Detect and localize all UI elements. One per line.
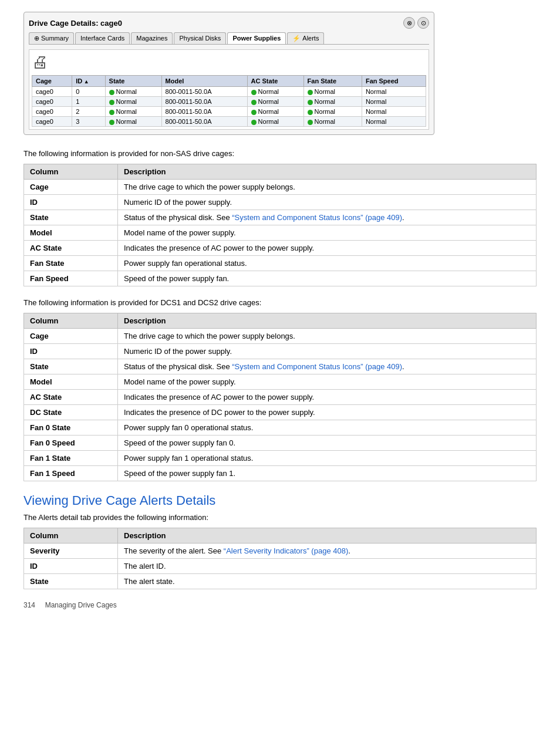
list-item: Fan 1 State Power supply fan 1 operation… (24, 451, 537, 466)
tab-alerts[interactable]: ⚡Alerts (287, 32, 324, 44)
info-desc: Power supply fan 0 operational status. (118, 420, 537, 436)
dcs-desc-header: Description (118, 313, 537, 329)
ac-dot-green (251, 120, 257, 125)
status-dot-green (109, 90, 114, 95)
cell-ac-state: Normal (247, 97, 303, 107)
alerts-col-header: Column (24, 528, 118, 544)
info-desc: Numeric ID of the power supply. (118, 344, 537, 359)
info-col: ID (24, 195, 118, 210)
info-desc: Indicates the presence of DC power to th… (118, 405, 537, 420)
table-row: cage0 0 Normal 800-0011-50.0A Normal Nor… (32, 87, 426, 97)
summary-icon: ⊕ (34, 35, 39, 42)
info-desc: The drive cage to which the power supply… (118, 329, 537, 344)
list-item: Fan State Power supply fan operational s… (24, 256, 537, 271)
non-sas-table: Column Description Cage The drive cage t… (23, 164, 537, 286)
cell-fan-speed: Normal (362, 117, 426, 127)
list-item: State Status of the physical disk. See “… (24, 359, 537, 374)
cell-fan-state: Normal (303, 117, 362, 127)
tab-interface-cards[interactable]: Interface Cards (75, 32, 130, 44)
info-col: AC State (24, 390, 118, 405)
alerts-icon: ⚡ (292, 35, 301, 42)
list-item: State Status of the physical disk. See “… (24, 210, 537, 225)
cell-fan-state: Normal (303, 107, 362, 117)
footer-label: Managing Drive Cages (45, 601, 117, 609)
info-desc: Model name of the power supply. (118, 374, 537, 390)
panel-icon-buttons: ⊗ ⊙ (403, 17, 429, 29)
list-item: Fan Speed Speed of the power supply fan. (24, 271, 537, 286)
fan-dot-green (308, 100, 313, 105)
cell-id: 0 (72, 87, 105, 97)
cell-model: 800-0011-50.0A (161, 97, 247, 107)
ac-dot-green (251, 90, 257, 95)
fan-dot-green (308, 90, 313, 95)
info-col: Fan State (24, 256, 118, 271)
cell-fan-speed: Normal (362, 97, 426, 107)
cell-state: Normal (105, 97, 161, 107)
dcs-intro: The following information is provided fo… (23, 298, 537, 307)
info-col: AC State (24, 241, 118, 256)
info-desc: Status of the physical disk. See “System… (118, 210, 537, 225)
dcs-table: Column Description Cage The drive cage t… (23, 313, 537, 481)
panel-title-bar: Drive Cage Details: cage0 ⊗ ⊙ (29, 17, 429, 29)
non-sas-header-row: Column Description (24, 164, 537, 180)
cell-id: 1 (72, 97, 105, 107)
cell-fan-state: Normal (303, 97, 362, 107)
tab-magazines[interactable]: Magazines (131, 32, 173, 44)
dcs-header-row: Column Description (24, 313, 537, 329)
status-icons-link[interactable]: “Alert Severity Indicators” (page 408) (224, 546, 348, 555)
list-item: DC State Indicates the presence of DC po… (24, 405, 537, 420)
cell-ac-state: Normal (247, 107, 303, 117)
list-item: Model Model name of the power supply. (24, 374, 537, 390)
status-dot-green (109, 100, 114, 105)
col-fan-state: Fan State (303, 76, 362, 87)
info-desc: The severity of the alert. See “Alert Se… (118, 544, 537, 559)
info-col: Fan 0 State (24, 420, 118, 436)
status-icons-link[interactable]: “System and Component Status Icons” (pag… (232, 213, 402, 222)
list-item: AC State Indicates the presence of AC po… (24, 390, 537, 405)
help-icon-button[interactable]: ⊗ (403, 17, 415, 29)
tab-physical-disks[interactable]: Physical Disks (174, 32, 226, 44)
cell-ac-state: Normal (247, 117, 303, 127)
settings-icon-button[interactable]: ⊙ (417, 17, 429, 29)
info-desc: Speed of the power supply fan 1. (118, 466, 537, 481)
cell-id: 3 (72, 117, 105, 127)
tab-bar: ⊕Summary Interface Cards Magazines Physi… (29, 32, 429, 45)
table-row: cage0 1 Normal 800-0011-50.0A Normal Nor… (32, 97, 426, 107)
info-col: State (24, 359, 118, 374)
alerts-section-heading: Viewing Drive Cage Alerts Details (23, 493, 537, 508)
power-supplies-table: Cage ID State Model AC State Fan State F… (32, 75, 426, 127)
alerts-header-row: Column Description (24, 528, 537, 544)
status-icons-link[interactable]: “System and Component Status Icons” (pag… (232, 362, 402, 371)
info-desc: Indicates the presence of AC power to th… (118, 390, 537, 405)
cell-fan-speed: Normal (362, 107, 426, 117)
info-desc: The drive cage to which the power supply… (118, 180, 537, 195)
cell-model: 800-0011-50.0A (161, 117, 247, 127)
page-number: 314 (23, 601, 35, 609)
tab-summary[interactable]: ⊕Summary (29, 32, 74, 44)
list-item: State The alert state. (24, 574, 537, 589)
list-item: Cage The drive cage to which the power s… (24, 180, 537, 195)
alerts-desc-header: Description (118, 528, 537, 544)
col-cage: Cage (32, 76, 72, 87)
info-desc: Numeric ID of the power supply. (118, 195, 537, 210)
tab-power-supplies[interactable]: Power Supplies (227, 32, 286, 44)
info-desc: Speed of the power supply fan 0. (118, 436, 537, 451)
list-item: ID Numeric ID of the power supply. (24, 344, 537, 359)
panel-table-area: 🖨 Cage ID State Model AC State Fan State… (29, 49, 429, 130)
info-col: Model (24, 374, 118, 390)
col-id[interactable]: ID (72, 76, 105, 87)
list-item: Fan 0 State Power supply fan 0 operation… (24, 420, 537, 436)
info-col: Fan Speed (24, 271, 118, 286)
cell-cage: cage0 (32, 117, 72, 127)
list-item: ID The alert ID. (24, 559, 537, 574)
dcs-col-header: Column (24, 313, 118, 329)
alerts-intro: The Alerts detail tab provides the follo… (23, 513, 537, 522)
non-sas-col-header: Column (24, 164, 118, 180)
info-desc: Power supply fan operational status. (118, 256, 537, 271)
cell-fan-speed: Normal (362, 87, 426, 97)
table-header-row: Cage ID State Model AC State Fan State F… (32, 76, 426, 87)
info-col: Fan 1 Speed (24, 466, 118, 481)
list-item: AC State Indicates the presence of AC po… (24, 241, 537, 256)
non-sas-desc-header: Description (118, 164, 537, 180)
cell-ac-state: Normal (247, 87, 303, 97)
